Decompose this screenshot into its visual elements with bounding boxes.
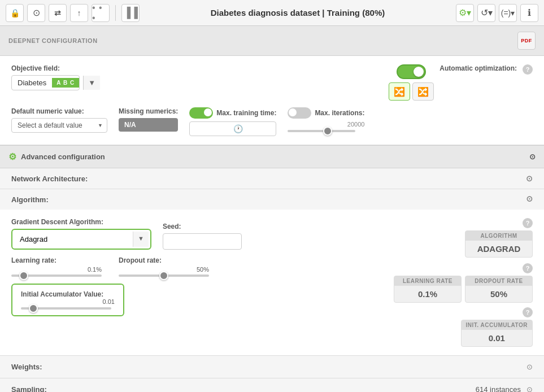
config-row-1: Objective field: Diabetes A B C ▼ 🔀	[11, 64, 533, 101]
auto-opt-icon-2[interactable]: 🔀	[412, 82, 434, 101]
objective-field-input[interactable]: Diabetes A B C	[11, 75, 80, 90]
algo-main-row: Gradient Descent Algorithm: Adagrad SGD …	[11, 218, 533, 347]
accumulator-help-icon[interactable]: ?	[523, 307, 533, 317]
advanced-toggle-icon: ⊙	[529, 153, 536, 161]
weights-section: Weights:	[0, 356, 544, 378]
info-icon[interactable]: ℹ	[520, 4, 538, 22]
accumulator-box: Initial Accumulator Value: 0.01	[11, 284, 124, 316]
pdf-button[interactable]: PDF	[517, 32, 536, 50]
algo-help-icon[interactable]: ?	[523, 218, 533, 228]
network-architecture-label: Network Architecture:	[11, 175, 88, 183]
info-cards-column: ? ALGORITHM ADAGRAD ? LEARNING RATE 0.1%…	[388, 218, 533, 347]
learning-rate-label: Learning rate:	[11, 256, 102, 264]
upload-icon[interactable]: ↑	[70, 4, 88, 22]
network-architecture-header[interactable]: Network Architecture:	[0, 168, 544, 189]
gradient-descent-group: Gradient Descent Algorithm: Adagrad SGD …	[11, 218, 151, 250]
algo-left: Gradient Descent Algorithm: Adagrad SGD …	[11, 218, 380, 316]
model-icon[interactable]: ⊙	[27, 4, 45, 22]
dropout-rate-slider-group: Dropout rate: 50%	[119, 256, 209, 277]
max-iter-toggle-row: Max. iterations:	[288, 107, 364, 119]
dots-icon[interactable]: • • •	[92, 4, 110, 22]
learning-rate-card: LEARNING RATE 0.1%	[394, 276, 462, 303]
learning-rate-slider-wrapper	[11, 275, 102, 277]
rates-help-icon[interactable]: ?	[523, 263, 533, 273]
gear-settings-icon[interactable]: ⚙▾	[456, 4, 474, 22]
algorithm-label: Algorithm:	[11, 195, 49, 204]
dropout-rate-card-label: DROPOUT RATE	[465, 276, 532, 286]
max-training-label: Max. training time:	[216, 109, 276, 117]
learning-rate-card-value: 0.1%	[394, 286, 461, 302]
algorithm-panel: Algorithm: Gradient Descent Algorithm: A…	[0, 189, 544, 356]
default-numeric-group: Default numeric value: Select a default …	[11, 107, 107, 133]
algorithm-panel-toggle[interactable]	[526, 195, 533, 204]
equals-icon[interactable]: (=)▾	[499, 4, 517, 22]
bar-chart-icon[interactable]: ▐▐	[121, 4, 140, 22]
accumulator-card-label: INIT. ACCUMULATOR	[462, 320, 532, 330]
max-training-toggle[interactable]	[189, 107, 213, 119]
refresh-icon[interactable]: ↺▾	[477, 4, 495, 22]
missing-numerics-label: Missing numerics:	[119, 107, 178, 115]
lock-icon[interactable]: 🔒	[6, 4, 24, 22]
time-input[interactable]: 00:30:00	[194, 125, 231, 133]
toolbar-right: ⚙▾ ↺▾ (=)▾ ℹ	[456, 4, 538, 22]
algo-card-label: ALGORITHM	[465, 231, 532, 241]
config-row-2: Default numeric value: Select a default …	[11, 107, 533, 136]
auto-opt-label: Automatic optimization:	[439, 64, 517, 72]
advanced-label: Advanced configuration	[21, 153, 105, 161]
max-training-toggle-row: Max. training time:	[189, 107, 276, 119]
auto-opt-toggle[interactable]	[397, 64, 426, 79]
max-iter-toggle[interactable]	[288, 107, 311, 119]
instances-count: 614 instances	[476, 385, 521, 392]
branch-icon[interactable]: ⇄	[49, 4, 67, 22]
seed-group: Seed:	[163, 223, 242, 250]
missing-numerics-group: Missing numerics: N/A	[119, 107, 178, 132]
sampling-toggle[interactable]	[526, 385, 533, 392]
advanced-header[interactable]: ⚙ Advanced configuration ⊙	[0, 146, 544, 168]
auto-opt-icon-1[interactable]: 🔀	[389, 82, 410, 101]
seed-input[interactable]	[163, 233, 242, 250]
dropout-rate-card: DROPOUT RATE 50%	[465, 276, 533, 303]
time-input-wrapper: 00:30:00 🕐	[189, 121, 276, 136]
max-iter-label: Max. iterations:	[315, 109, 364, 117]
sliders-row: Learning rate: 0.1% Dropout rate: 50%	[11, 256, 380, 277]
accumulator-slider-wrapper	[21, 307, 115, 310]
network-architecture-toggle[interactable]	[526, 174, 533, 183]
config-area: Objective field: Diabetes A B C ▼ 🔀	[0, 56, 544, 145]
sampling-right: 614 instances	[476, 385, 533, 392]
accumulator-card-value: 0.01	[462, 330, 532, 346]
weights-toggle[interactable]	[526, 363, 533, 371]
algo-card: ALGORITHM ADAGRAD	[465, 230, 533, 258]
network-architecture-panel: Network Architecture:	[0, 168, 544, 189]
auto-opt-help-icon[interactable]: ?	[523, 64, 533, 75]
max-iter-slider[interactable]	[288, 130, 355, 132]
algorithm-panel-header[interactable]: Algorithm:	[0, 189, 544, 210]
gradient-descent-select[interactable]: Adagrad SGD Adam RMSProp Adadelta	[14, 232, 133, 247]
toolbar-title: Diabetes diagnosis dataset | Training (8…	[143, 8, 452, 18]
objective-dropdown-arrow[interactable]: ▼	[83, 76, 100, 90]
accumulator-slider[interactable]	[21, 307, 111, 310]
default-numeric-label: Default numeric value:	[11, 107, 107, 115]
abc-badge: A B C	[52, 78, 79, 88]
section-title: DEEPNET CONFIGURATION	[8, 37, 98, 44]
dropout-rate-slider[interactable]	[119, 275, 209, 277]
auto-opt-group: 🔀 🔀 Automatic optimization: ?	[389, 64, 533, 101]
accumulator-label: Initial Accumulator Value:	[21, 290, 115, 298]
algorithm-panel-content: Gradient Descent Algorithm: Adagrad SGD …	[0, 210, 544, 355]
gradient-descent-label: Gradient Descent Algorithm:	[11, 218, 151, 226]
algo-controls-row: Gradient Descent Algorithm: Adagrad SGD …	[11, 218, 380, 250]
default-numeric-wrapper: Select a default value	[11, 118, 107, 133]
separator	[115, 5, 116, 21]
weights-label: Weights:	[11, 363, 42, 371]
na-badge: N/A	[119, 118, 178, 132]
learning-rate-slider[interactable]	[11, 275, 102, 277]
objective-value: Diabetes	[12, 76, 52, 90]
advanced-section: ⚙ Advanced configuration ⊙	[0, 145, 544, 168]
clock-icon[interactable]: 🕐	[233, 124, 243, 133]
gradient-descent-arrow[interactable]: ▼	[133, 232, 149, 247]
default-numeric-select[interactable]: Select a default value	[11, 118, 107, 133]
section-header: DEEPNET CONFIGURATION PDF	[0, 26, 544, 56]
rate-cards-row: LEARNING RATE 0.1% DROPOUT RATE 50%	[394, 276, 533, 303]
toolbar: 🔒 ⊙ ⇄ ↑ • • • ▐▐ Diabetes diagnosis data…	[0, 0, 544, 26]
gradient-descent-wrapper: Adagrad SGD Adam RMSProp Adadelta ▼	[11, 229, 151, 250]
accumulator-card: INIT. ACCUMULATOR 0.01	[461, 320, 533, 347]
